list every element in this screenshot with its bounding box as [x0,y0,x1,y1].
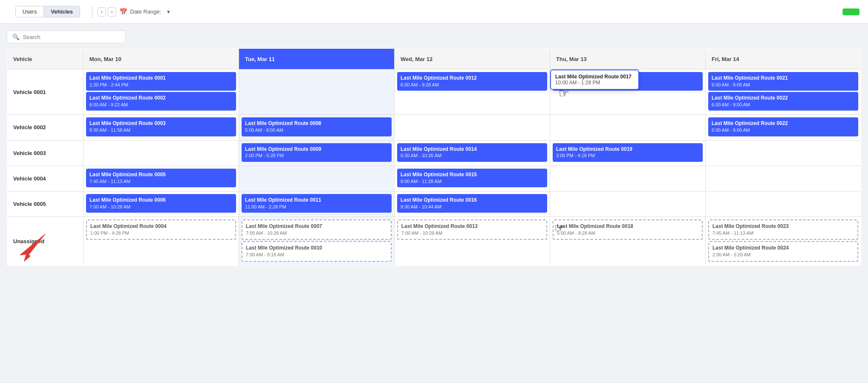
search-icon: 🔍 [12,33,19,40]
col-header-day-4: Thu, Mar 13 [550,49,706,69]
search-input[interactable] [23,34,120,40]
table-row: Vehicle 0005Last Mile Optimized Route 00… [7,191,861,216]
day-cell-r1-d1: Last Mile Optimized Route 00085:00 AM - … [239,115,395,140]
day-cell-r1-d3 [550,115,706,140]
chevron-down-icon: ▼ [166,9,171,14]
vehicle-cell-5: Unassigned [7,217,83,266]
col-header-day-3: Wed, Mar 12 [395,49,550,69]
day-cell-r0-d0: Last Mile Optimized Route 00011:30 PM - … [83,69,239,115]
vehicle-cell-3: Vehicle 0004 [7,166,83,191]
day-cell-r5-d0: Last Mile Optimized Route 00041:00 PM - … [83,217,239,266]
day-cell-r3-d1 [239,166,395,191]
day-cell-r4-d3 [550,191,706,216]
route-card[interactable]: Last Mile Optimized Route 00226:00 AM - … [708,92,858,111]
tab-vehicles[interactable]: Vehicles [44,6,80,17]
day-cell-r3-d0: Last Mile Optimized Route 00057:45 AM - … [83,166,239,191]
day-cell-r5-d2: Last Mile Optimized Route 00137:00 AM - … [395,217,550,266]
day-cell-r3-d2: Last Mile Optimized Route 00158:00 AM - … [395,166,550,191]
day-cell-r0-d3: Last Mile Optimized Route 001710:00 AM -… [550,69,706,115]
calendar-icon: 📅 [120,8,128,16]
prev-arrow[interactable]: ‹ [97,7,106,17]
route-card[interactable]: Last Mile Optimized Route 00092:00 PM - … [242,143,392,162]
tooltip-overlay: Last Mile Optimized Route 001710:00 AM -… [550,69,639,90]
search-bar: 🔍 [7,31,125,43]
day-cell-r0-d1 [239,69,395,115]
day-cell-r0-d4: Last Mile Optimized Route 00216:00 AM - … [706,69,861,115]
day-cell-r3-d3 [550,166,706,191]
route-card[interactable]: Last Mile Optimized Route 00216:00 AM - … [708,72,858,91]
top-bar: Users Vehicles ‹ › 📅 Date Range: ▼ [0,0,868,24]
day-cell-r4-d1: Last Mile Optimized Route 001111:00 AM -… [239,191,395,216]
vehicle-cell-1: Vehicle 0002 [7,115,83,140]
route-card[interactable]: Last Mile Optimized Route 00067:00 AM - … [86,194,236,213]
day-cell-r3-d4 [706,166,861,191]
day-cell-r1-d0: Last Mile Optimized Route 00038:30 AM - … [83,115,239,140]
day-cell-r4-d2: Last Mile Optimized Route 00169:30 AM - … [395,191,550,216]
table-row: Vehicle 0001Last Mile Optimized Route 00… [7,69,861,115]
new-route-button[interactable] [843,8,860,15]
date-range[interactable]: 📅 Date Range: ▼ [120,8,171,16]
day-cell-r2-d0 [83,140,239,166]
day-cell-r4-d4 [706,191,861,216]
col-header-day-5: Fri, Mar 14 [706,49,861,69]
route-card[interactable]: Last Mile Optimized Route 00146:30 AM - … [397,143,547,162]
day-cell-r2-d2: Last Mile Optimized Route 00146:30 AM - … [395,140,550,166]
day-cell-r5-d1: Last Mile Optimized Route 00077:00 AM - … [239,217,395,266]
day-cell-r1-d4: Last Mile Optimized Route 00226:00 AM - … [706,115,861,140]
day-cell-r5-d3: Last Mile Optimized Route 00185:00 AM - … [550,217,706,266]
day-cell-r2-d4 [706,140,861,166]
tab-group: Users Vehicles [15,6,80,17]
nav-arrows: ‹ › [97,7,116,17]
tooltip-route-name: Last Mile Optimized Route 0017 [555,74,634,80]
day-cell-r1-d2 [395,115,550,140]
route-card[interactable]: Last Mile Optimized Route 00169:30 AM - … [397,194,547,213]
date-range-label: Date Range: [130,8,161,15]
route-card[interactable]: Last Mile Optimized Route 00193:00 PM - … [553,143,703,162]
route-card[interactable]: Last Mile Optimized Route 00041:00 PM - … [86,219,236,240]
route-card[interactable]: Last Mile Optimized Route 00237:45 AM - … [708,219,858,240]
route-card[interactable]: Last Mile Optimized Route 00038:30 AM - … [86,117,236,136]
route-card[interactable]: Last Mile Optimized Route 00011:30 PM - … [86,72,236,91]
schedule-table: VehicleMon, Mar 10Tue, Mar 11Wed, Mar 12… [7,48,861,266]
route-card[interactable]: Last Mile Optimized Route 00085:00 AM - … [242,117,392,136]
vehicle-cell-2: Vehicle 0003 [7,140,83,166]
col-header-vehicle: Vehicle [7,49,83,69]
day-cell-r5-d4: Last Mile Optimized Route 00237:45 AM - … [706,217,861,266]
route-card[interactable]: Last Mile Optimized Route 00126:00 AM - … [397,72,547,91]
next-arrow[interactable]: › [108,7,116,17]
vehicle-cell-0: Vehicle 0001 [7,69,83,115]
col-header-day-2: Tue, Mar 11 [239,49,395,69]
route-card[interactable]: Last Mile Optimized Route 00185:00 AM - … [553,219,703,240]
day-cell-r0-d2: Last Mile Optimized Route 00126:00 AM - … [395,69,550,115]
table-row: Vehicle 0003Last Mile Optimized Route 00… [7,140,861,166]
vehicle-cell-4: Vehicle 0005 [7,191,83,216]
route-card[interactable]: Last Mile Optimized Route 00077:00 AM - … [242,219,392,240]
table-row: Vehicle 0004Last Mile Optimized Route 00… [7,166,861,191]
route-card[interactable]: Last Mile Optimized Route 00137:00 AM - … [397,219,547,240]
route-card[interactable]: Last Mile Optimized Route 00057:45 AM - … [86,169,236,187]
route-card[interactable]: Last Mile Optimized Route 00107:00 AM - … [242,241,392,261]
route-card[interactable]: Last Mile Optimized Route 00226:00 AM - … [708,117,858,136]
col-header-day-1: Mon, Mar 10 [83,49,239,69]
table-row: Vehicle 0002Last Mile Optimized Route 00… [7,115,861,140]
day-cell-r2-d3: Last Mile Optimized Route 00193:00 PM - … [550,140,706,166]
table-row: Unassigned Last Mile Optimized Route 000… [7,217,861,266]
tab-users[interactable]: Users [16,6,44,17]
day-cell-r2-d1: Last Mile Optimized Route 00092:00 PM - … [239,140,395,166]
route-card[interactable]: Last Mile Optimized Route 00242:00 AM - … [708,241,858,261]
route-card[interactable]: Last Mile Optimized Route 00026:00 AM - … [86,92,236,111]
route-card[interactable]: Last Mile Optimized Route 001111:00 AM -… [242,194,392,213]
route-card[interactable]: Last Mile Optimized Route 00158:00 AM - … [397,169,547,187]
day-cell-r4-d0: Last Mile Optimized Route 00067:00 AM - … [83,191,239,216]
tooltip-route-time: 10:00 AM - 1:28 PM [555,80,634,86]
